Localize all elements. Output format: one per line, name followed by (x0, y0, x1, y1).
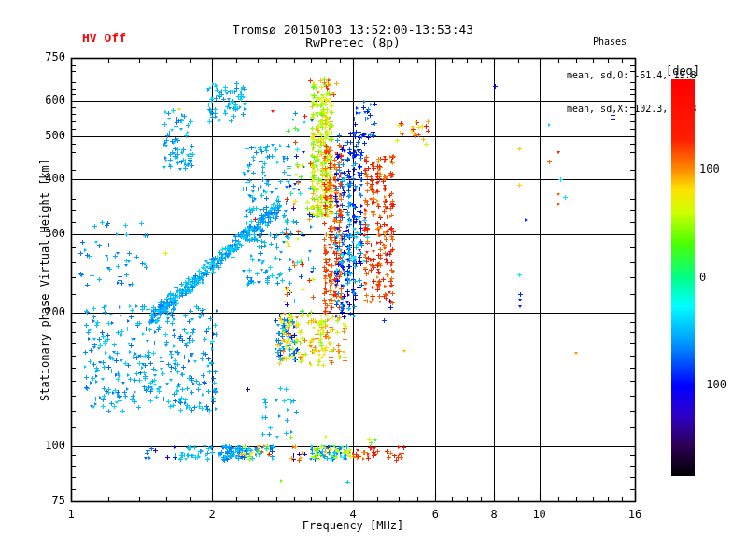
ionogram-window: HV Off Tromsø 20150103 13:52:00-13:53:43… (0, 0, 747, 560)
x-tick-label: 16 (628, 508, 641, 521)
y-tick-label: 750 (0, 50, 65, 63)
colorbar (671, 79, 695, 476)
x-axis-label: Frequency [MHz] (71, 519, 635, 532)
x-tick-label: 4 (349, 508, 356, 521)
y-tick-label: 500 (0, 129, 65, 142)
y-axis-label: Stationary phase Virtual Height [km] (38, 145, 51, 415)
colorbar-tick-label: 100 (699, 162, 720, 175)
x-tick-label: 1 (67, 508, 74, 521)
y-tick-label: 300 (0, 227, 65, 240)
y-tick-label: 75 (0, 494, 65, 507)
colorbar-tick-label: -100 (699, 378, 726, 391)
x-tick-label: 6 (432, 508, 439, 521)
plot-subtitle: RwPretec (8p) (71, 35, 635, 49)
colorbar-unit-label: [deg] (658, 64, 707, 77)
y-tick-label: 400 (0, 172, 65, 185)
phase-stats-title: Phases (567, 36, 696, 48)
y-tick-label: 200 (0, 305, 65, 318)
x-tick-label: 10 (532, 508, 545, 521)
y-tick-label: 100 (0, 439, 65, 452)
x-tick-label: 2 (208, 508, 215, 521)
plot-title: Tromsø 20150103 13:52:00-13:53:43 (71, 22, 635, 36)
y-tick-label: 600 (0, 93, 65, 106)
colorbar-tick-label: 0 (699, 271, 706, 284)
x-tick-label: 8 (490, 508, 497, 521)
